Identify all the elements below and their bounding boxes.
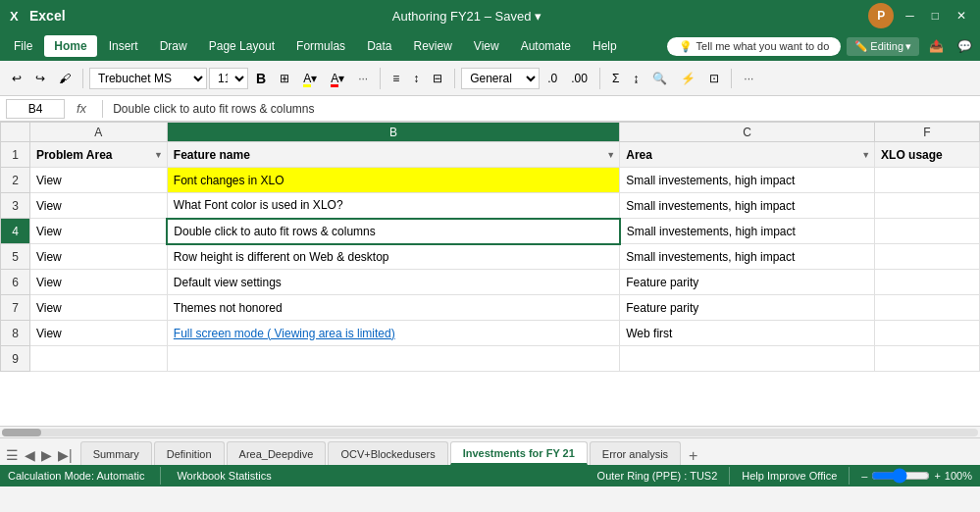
add-sheet-button[interactable]: + — [683, 447, 703, 465]
tab-area-deepdive[interactable]: Area_Deepdive — [227, 441, 327, 465]
maximize-btn[interactable]: □ — [926, 9, 945, 23]
col-header-a[interactable]: A — [29, 123, 167, 142]
format-button[interactable]: ⊟ — [427, 69, 448, 88]
cell-f9[interactable] — [875, 346, 980, 372]
minimize-btn[interactable]: ─ — [900, 9, 920, 23]
menu-insert[interactable]: Insert — [99, 35, 148, 57]
tab-nav-last-button[interactable]: ▶| — [56, 445, 75, 465]
tell-me-input[interactable]: 💡 Tell me what you want to do — [667, 37, 842, 56]
cell-b8[interactable]: Full screen mode ( Viewing area is limit… — [167, 321, 619, 346]
cell-f7[interactable] — [875, 295, 980, 321]
cell-a6[interactable]: View — [29, 270, 167, 295]
menu-draw[interactable]: Draw — [150, 35, 197, 57]
scrollbar-thumb[interactable] — [2, 429, 41, 436]
menu-file[interactable]: File — [4, 35, 42, 57]
row-header-7[interactable]: 7 — [1, 295, 30, 321]
cell-b1[interactable]: Feature name — [167, 142, 619, 168]
row-header-4[interactable]: 4 — [1, 219, 30, 244]
flash-button[interactable]: ⚡ — [675, 69, 701, 88]
menu-automate[interactable]: Automate — [511, 35, 581, 57]
cell-reference-input[interactable] — [6, 99, 65, 119]
help-improve-label[interactable]: Help Improve Office — [742, 470, 837, 482]
cell-f5[interactable] — [875, 244, 980, 270]
cell-b6[interactable]: Default view settings — [167, 270, 619, 295]
share-icon[interactable]: 📤 — [925, 39, 948, 53]
menu-formulas[interactable]: Formulas — [286, 35, 355, 57]
cell-f8[interactable] — [875, 321, 980, 346]
borders-button[interactable]: ⊞ — [274, 69, 295, 88]
find-button[interactable]: 🔍 — [646, 69, 673, 88]
cell-f6[interactable] — [875, 270, 980, 295]
zoom-out-icon[interactable]: – — [861, 470, 867, 482]
cell-a2[interactable]: View — [29, 168, 167, 193]
cell-b7[interactable]: Themes not honored — [167, 295, 619, 321]
tab-definition[interactable]: Definition — [154, 441, 225, 465]
row-header-5[interactable]: 5 — [1, 244, 30, 270]
cell-a8[interactable]: View — [29, 321, 167, 346]
row-header-2[interactable]: 2 — [1, 168, 30, 193]
close-btn[interactable]: ✕ — [951, 9, 972, 23]
decrease-decimal-button[interactable]: .0 — [542, 69, 563, 88]
window-controls[interactable]: P ─ □ ✕ — [868, 3, 972, 28]
bold-button[interactable]: B — [250, 68, 272, 89]
col-header-c[interactable]: C — [620, 123, 875, 142]
font-more-button[interactable]: ··· — [352, 69, 374, 88]
tab-nav-menu-button[interactable]: ☰ — [4, 445, 21, 465]
cell-c3[interactable]: Small investements, high impact — [620, 193, 875, 219]
cell-c8[interactable]: Web first — [620, 321, 875, 346]
cell-f3[interactable] — [875, 193, 980, 219]
tab-investments-fy21[interactable]: Investments for FY 21 — [450, 441, 588, 465]
cell-a5[interactable]: View — [29, 244, 167, 270]
tab-nav-next-button[interactable]: ▶ — [39, 445, 54, 465]
number-format-select[interactable]: General — [461, 68, 540, 89]
cell-c5[interactable]: Small investements, high impact — [620, 244, 875, 270]
tab-summary[interactable]: Summary — [80, 441, 152, 465]
menu-review[interactable]: Review — [403, 35, 461, 57]
col-header-f[interactable]: F — [875, 123, 980, 142]
row-header-6[interactable]: 6 — [1, 270, 30, 295]
row-header-1[interactable]: 1 — [1, 142, 30, 168]
redo-button[interactable]: ↪ — [29, 69, 51, 88]
cell-a3[interactable]: View — [29, 193, 167, 219]
cell-b9[interactable] — [167, 346, 619, 372]
menu-data[interactable]: Data — [357, 35, 401, 57]
cell-f4[interactable] — [875, 219, 980, 244]
row-header-8[interactable]: 8 — [1, 321, 30, 346]
menu-home[interactable]: Home — [44, 35, 96, 57]
cell-b2[interactable]: Font changes in XLO — [167, 168, 619, 193]
highlight-color-button[interactable]: A▾ — [297, 69, 323, 88]
cell-a9[interactable] — [29, 346, 167, 372]
cell-a4[interactable]: View — [29, 219, 167, 244]
cell-c2[interactable]: Small investements, high impact — [620, 168, 875, 193]
cell-c6[interactable]: Feature parity — [620, 270, 875, 295]
comment-icon[interactable]: 💬 — [954, 39, 976, 53]
cell-f1[interactable]: XLO usage — [875, 142, 980, 168]
menu-help[interactable]: Help — [583, 35, 627, 57]
workbook-stats-button[interactable]: Workbook Statistics — [177, 470, 271, 482]
increase-decimal-button[interactable]: .00 — [565, 69, 593, 88]
toolbar-overflow-button[interactable]: ··· — [738, 69, 759, 88]
menu-view[interactable]: View — [464, 35, 509, 57]
row-header-9[interactable]: 9 — [1, 346, 30, 372]
cell-b5[interactable]: Row height is different on Web & desktop — [167, 244, 619, 270]
cell-f2[interactable] — [875, 168, 980, 193]
cell-c1[interactable]: Area — [620, 142, 875, 168]
horizontal-scrollbar[interactable] — [0, 426, 980, 437]
sort2-button[interactable]: ↨ — [627, 69, 645, 88]
menu-pagelayout[interactable]: Page Layout — [199, 35, 284, 57]
cell-a7[interactable]: View — [29, 295, 167, 321]
undo-button[interactable]: ↩ — [6, 69, 27, 88]
format-painter-button[interactable]: 🖌 — [53, 69, 77, 88]
cell-c9[interactable] — [620, 346, 875, 372]
font-size-select[interactable]: 11 — [209, 68, 248, 89]
zoom-in-icon[interactable]: + — [934, 470, 940, 482]
sum-button[interactable]: Σ — [606, 69, 625, 88]
font-color-button[interactable]: A▾ — [325, 69, 350, 88]
font-name-select[interactable]: Trebuchet MS — [89, 68, 207, 89]
editing-button[interactable]: ✏️ Editing ▾ — [847, 37, 919, 56]
cell-c7[interactable]: Feature parity — [620, 295, 875, 321]
tab-nav-prev-button[interactable]: ◀ — [23, 445, 37, 465]
zoom-slider[interactable] — [871, 468, 930, 484]
zoom-control[interactable]: – + 100% — [861, 468, 972, 484]
align-button[interactable]: ≡ — [387, 69, 405, 88]
